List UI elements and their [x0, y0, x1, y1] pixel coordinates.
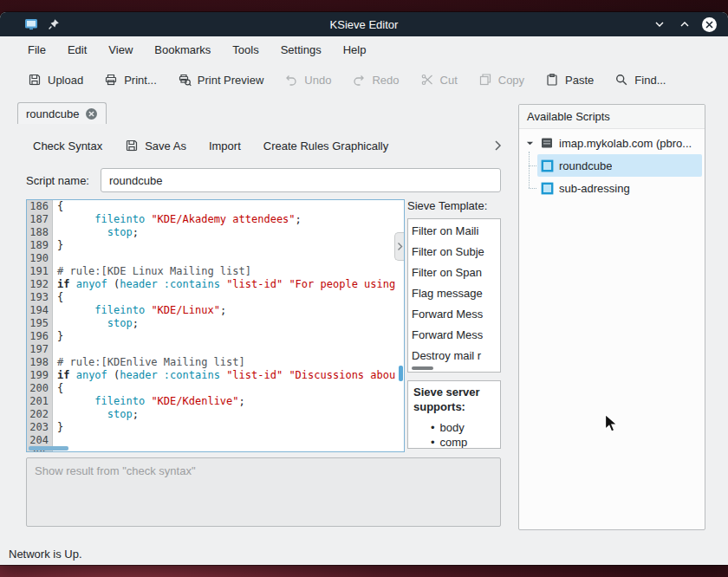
template-item-0[interactable]: Filter on Maili — [412, 221, 500, 242]
template-item-6[interactable]: Destroy mail r — [412, 346, 500, 366]
code-line-186: { — [57, 200, 404, 213]
line-number: 189 — [27, 239, 49, 252]
create-rules-button[interactable]: Create Rules Graphically — [263, 139, 389, 152]
template-list-horizontal-scrollbar[interactable] — [412, 366, 433, 370]
import-label: Import — [209, 139, 241, 152]
floppy-icon — [125, 139, 139, 152]
code-line-193: { — [57, 291, 404, 304]
menu-view[interactable]: View — [108, 43, 133, 56]
editor-code[interactable]: { fileinto "KDE/Akademy attendees"; stop… — [53, 200, 404, 451]
check-syntax-label: Check Syntax — [33, 139, 102, 152]
mouse-cursor — [604, 413, 619, 434]
menu-bookmarks[interactable]: Bookmarks — [154, 43, 211, 56]
line-number: 200 — [27, 382, 49, 395]
editor-gutter[interactable]: 1861871881891901911921931941951961971981… — [27, 200, 53, 451]
script-name-input[interactable] — [101, 168, 501, 192]
editor-vertical-scrollbar[interactable] — [399, 366, 403, 381]
template-item-4[interactable]: Forward Mess — [412, 304, 500, 325]
code-line-189: } — [57, 239, 404, 252]
script-name-row: Script name: — [17, 168, 513, 192]
toolbar-button-print[interactable]: Print... — [104, 73, 157, 87]
toolbar-button-print-preview[interactable]: Print Preview — [178, 73, 264, 87]
template-item-3[interactable]: Flag message — [412, 283, 500, 304]
import-button[interactable]: Import — [209, 139, 241, 152]
maximize-button[interactable] — [677, 16, 692, 32]
menu-tools[interactable]: Tools — [232, 43, 258, 56]
toolbar-button-paste[interactable]: Paste — [545, 73, 594, 87]
toolbar-label: Paste — [565, 74, 594, 87]
menu-file[interactable]: File — [28, 43, 46, 56]
line-number: 196 — [27, 330, 49, 343]
code-line-190 — [57, 252, 404, 265]
script-icon — [541, 182, 554, 195]
script-label: sub-adressing — [559, 182, 630, 195]
supports-item-body: •body — [413, 420, 495, 435]
menu-settings[interactable]: Settings — [281, 43, 322, 56]
check-syntax-result-area[interactable]: Show result from "check syntax" — [26, 457, 501, 527]
scripts-tree: imap.mykolab.com (pbro... roundcubesub-a… — [519, 129, 705, 199]
template-item-2[interactable]: Filter on Span — [412, 263, 500, 283]
code-line-187: fileinto "KDE/Akademy attendees"; — [57, 213, 404, 226]
line-number: 191 — [27, 265, 49, 278]
toolbar-label: Undo — [304, 74, 331, 87]
line-number: 197 — [27, 343, 49, 356]
close-button[interactable] — [702, 17, 717, 32]
line-number: 192 — [27, 278, 49, 291]
toolbar-overflow-chevron-icon[interactable] — [493, 139, 503, 152]
line-number: 186 — [27, 200, 49, 213]
check-syntax-button[interactable]: Check Syntax — [33, 139, 102, 152]
titlebar[interactable]: KSieve Editor — [0, 12, 728, 36]
toolbar-label: Copy — [498, 74, 524, 87]
print-preview-icon — [178, 73, 192, 87]
toolbar-label: Redo — [372, 74, 399, 87]
tab-close-icon[interactable] — [85, 107, 98, 120]
server-supports-title: Sieve server supports: — [413, 385, 495, 414]
template-item-1[interactable]: Filter on Subje — [412, 242, 500, 263]
tree-item-sub-adressing[interactable]: sub-adressing — [537, 177, 702, 199]
code-line-195: stop; — [57, 317, 404, 330]
tab-roundcube[interactable]: roundcube — [17, 102, 107, 124]
toolbar-label: Find... — [634, 74, 666, 87]
tree-item-roundcube[interactable]: roundcube — [537, 154, 702, 177]
toolbar-button-copy: Copy — [478, 73, 524, 87]
line-number: 194 — [27, 304, 49, 317]
expander-icon[interactable] — [524, 139, 535, 147]
sieve-code-editor[interactable]: 1861871881891901911921931941951961971981… — [26, 199, 405, 452]
toolbar-button-redo: Redo — [352, 73, 399, 87]
save-as-button[interactable]: Save As — [125, 139, 186, 152]
code-line-198: # rule:[KDEnlive Mailing list] — [57, 356, 404, 369]
create-rules-label: Create Rules Graphically — [263, 139, 389, 152]
server-supports-box[interactable]: Sieve server supports: •body•comp — [407, 380, 501, 449]
menu-edit[interactable]: Edit — [68, 43, 87, 56]
minimize-button[interactable] — [652, 16, 667, 32]
toolbar-label: Print Preview — [198, 74, 264, 87]
code-line-194: fileinto "KDE/Linux"; — [57, 304, 404, 317]
available-scripts-header: Available Scripts — [519, 105, 705, 129]
template-item-5[interactable]: Forward Mess — [412, 325, 500, 346]
toolbar-button-upload[interactable]: Upload — [28, 73, 83, 87]
toolbar-label: Print... — [124, 74, 157, 87]
menu-help[interactable]: Help — [343, 43, 367, 56]
line-number: 187 — [27, 213, 49, 226]
server-supports-list: •body•comp — [413, 420, 495, 449]
redo-icon — [352, 73, 366, 87]
line-number: 195 — [27, 317, 49, 330]
tab-label: roundcube — [26, 107, 79, 120]
code-line-202: stop; — [57, 408, 404, 421]
sieve-template-column: Sieve Template: Filter on MailiFilter on… — [407, 199, 501, 449]
sieve-template-list[interactable]: Filter on MailiFilter on SubjeFilter on … — [407, 218, 501, 373]
toolbar-button-cut: Cut — [420, 73, 458, 87]
collapse-template-panel-button[interactable] — [394, 232, 405, 261]
script-name-label: Script name: — [26, 174, 89, 187]
script-icon — [541, 159, 554, 172]
tree-item-server[interactable]: imap.mykolab.com (pbro... — [519, 132, 705, 154]
code-line-196: } — [57, 330, 404, 343]
line-number: 193 — [27, 291, 49, 304]
toolbar-button-find[interactable]: Find... — [614, 73, 666, 87]
line-number: 199 — [27, 369, 49, 382]
code-line-191: # rule:[KDE Linux Mailing list] — [57, 265, 404, 278]
floppy-icon — [28, 73, 42, 87]
toolbar-label: Cut — [440, 74, 458, 87]
editor-horizontal-scrollbar[interactable] — [29, 446, 68, 451]
code-line-201: fileinto "KDE/Kdenlive"; — [57, 395, 404, 408]
